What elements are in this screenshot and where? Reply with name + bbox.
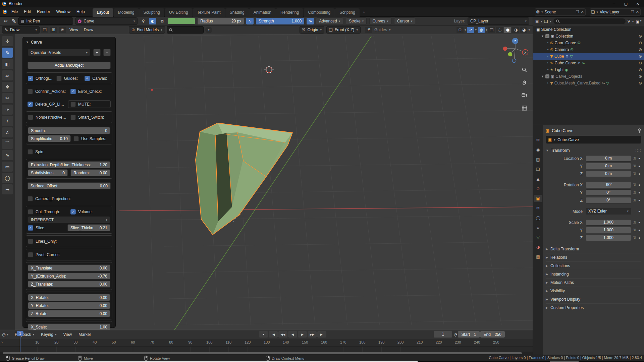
animate-dot-icon[interactable]: ● — [637, 157, 641, 160]
menu-edit[interactable]: Edit — [21, 9, 34, 14]
timeline-menu-keying[interactable]: Keying▾ — [38, 331, 59, 338]
carve-slider-z-rotate-[interactable]: Z_Rotate:0.00 — [28, 310, 110, 317]
carve-check-camera-projection-[interactable]: Camera_Projection: — [28, 196, 111, 201]
tool-line-icon[interactable]: ∕ — [2, 116, 13, 126]
multiframe-icon[interactable]: ❐ — [41, 27, 48, 33]
carve-check-pivot-cursor-[interactable]: Pivot_Cursor: — [28, 252, 110, 257]
visibility-eye-icon[interactable]: ⊙ — [639, 54, 642, 59]
lock-icon[interactable]: ⚿ — [631, 164, 637, 168]
viewport-3d[interactable]: ZX ✎ Draw▾ ❐ ⊞ ✳ View Draw ⊕ Find Models… — [0, 26, 533, 330]
record-button[interactable]: ● — [259, 331, 268, 338]
timeline-menu-marker[interactable]: Marker — [75, 331, 94, 338]
zoom-icon[interactable] — [520, 65, 529, 74]
search-options-icon[interactable]: ▾ — [205, 27, 212, 33]
add-preset-button[interactable]: + — [93, 49, 101, 56]
carve-slider-x-scale-[interactable]: X_Scale:1.00 — [28, 323, 110, 330]
tool-eyedropper-icon[interactable]: ✑ — [2, 105, 13, 115]
carve-check-lines-only-[interactable]: Lines_Only: — [28, 239, 110, 244]
carve-select-intersect[interactable]: INTERSECT▾ — [28, 216, 110, 223]
minimize-button[interactable]: ─ — [613, 2, 615, 6]
lock-icon[interactable]: ⚿ — [631, 220, 637, 225]
material-slot-field[interactable]: ▩ Ink Pen — [18, 17, 73, 25]
tool-tint-icon[interactable]: ❖ — [2, 82, 13, 92]
output-tab-icon[interactable]: ▤ — [534, 156, 542, 163]
timeline-scrollbar-thumb[interactable] — [3, 352, 522, 354]
advanced-popover[interactable]: Advanced▾ — [316, 17, 343, 25]
material-tab-icon[interactable]: ◑ — [534, 243, 542, 251]
tool-cutter-icon[interactable]: ✂ — [2, 93, 13, 103]
visibility-eye-icon[interactable]: ⊙ — [639, 61, 642, 65]
carve-slider-subdivisions-[interactable]: Subdivisions:0 — [28, 169, 68, 176]
visibility-eye-icon[interactable]: ⊙ — [639, 34, 642, 39]
outliner-row-cube[interactable]: ‣▼Cube⚙▽⊙ — [533, 53, 644, 60]
carve-check-guides-[interactable]: Guides: — [56, 76, 82, 81]
brush-preview-icon[interactable]: ✎ — [11, 18, 16, 24]
pin-icon[interactable] — [638, 128, 641, 133]
pan-hand-icon[interactable] — [520, 78, 529, 87]
shading-material-icon[interactable]: ◑ — [512, 27, 519, 33]
lock-icon[interactable]: ⚿ — [631, 183, 637, 187]
mode-selector[interactable]: ✎ Draw▾ — [2, 26, 40, 34]
workspace-tab-sculpting[interactable]: Sculpting — [139, 8, 164, 17]
outliner-row-collection[interactable]: ▼✓▣Collection⊙ — [533, 33, 644, 40]
workspace-tab-texture-paint[interactable]: Texture Paint — [193, 8, 225, 17]
play-reverse-button[interactable]: ◀ — [288, 331, 297, 338]
channel-expand-icon[interactable]: › — [1, 340, 3, 345]
new-view-layer-icon[interactable]: ❐ — [631, 10, 634, 14]
pin-icon[interactable]: ⚲ — [140, 18, 147, 24]
physics-tab-icon[interactable]: ◯ — [534, 214, 542, 222]
object-name-field[interactable]: ▣▾ Cube.Carve — [546, 136, 641, 143]
scene-tab-icon[interactable]: ▲ — [534, 175, 542, 183]
panel-viewport-display[interactable]: ▶Viewport Display — [546, 295, 641, 303]
workspace-tab-layout[interactable]: Layout — [93, 8, 113, 17]
carve-slider-y-rotate-[interactable]: Y_Rotate:0.00 — [28, 302, 110, 309]
carve-check-confirm-actions-[interactable]: Confirm_Actions: — [28, 89, 68, 94]
tool-circle-icon[interactable]: ◯ — [2, 173, 13, 183]
outliner-row-carve-objects[interactable]: ▼✓▣Carve_Objects⊙ — [533, 73, 644, 80]
frame-start-field[interactable]: Start 1 — [458, 331, 479, 338]
jump-start-button[interactable]: |◀ — [269, 331, 278, 338]
jump-end-button[interactable]: ▶| — [317, 331, 326, 338]
carve-button-addblankobject[interactable]: AddBlankObject — [28, 62, 111, 69]
shading-wireframe-icon[interactable]: ◌ — [496, 27, 503, 33]
carve-slider-y-extrusion-axis-[interactable]: Y_(Extrusion_Axis):-0.76 — [28, 273, 110, 280]
tool-arc-icon[interactable]: ⌒ — [2, 139, 13, 149]
xray-icon[interactable]: ❒ — [488, 27, 495, 33]
carve-check-slice-[interactable]: ✓Slice: — [28, 225, 65, 231]
carve-slider-simplificatio[interactable]: Simplificatio0.10 — [28, 135, 71, 142]
snap-icon[interactable]: ✳ — [59, 27, 66, 33]
timeline-track[interactable] — [0, 346, 533, 352]
outliner-filter-type-icon[interactable]: ❏ — [544, 19, 548, 24]
visibility-eye-icon[interactable]: ⊙ — [639, 41, 642, 45]
gizmos-icon[interactable]: ↗ — [467, 27, 474, 33]
active-tool-icon[interactable]: ⌖▾ — [2, 18, 9, 24]
add-workspace-button[interactable]: + — [360, 8, 368, 17]
scene-selector[interactable]: ❂▾ Scene ❐ ✕ — [535, 8, 586, 16]
panel-visibility[interactable]: ▶Visibility — [546, 287, 641, 295]
visibility-eye-icon[interactable]: ⊙ — [639, 47, 642, 52]
shading-solid-icon[interactable]: ● — [504, 27, 511, 33]
curves-popover[interactable]: Curves▾ — [369, 17, 391, 25]
carve-slider-z-translate-[interactable]: Z_Translate:0.00 — [28, 281, 110, 288]
transform-value[interactable]: 1.000 — [586, 227, 631, 233]
outliner-row-camera[interactable]: ‣✇Camera✇⊙ — [533, 46, 644, 53]
panel-grip-icon[interactable]: :::: — [635, 148, 641, 153]
current-frame-field[interactable]: 1 — [434, 331, 452, 338]
carve-panel-collapse-icon[interactable]: ▼ — [26, 41, 29, 44]
panel-custom-properties[interactable]: ▶Custom Properties — [546, 303, 641, 312]
animate-dot-icon[interactable]: ● — [637, 236, 641, 240]
world-tab-icon[interactable]: ⊕ — [534, 185, 542, 192]
guides-dropdown[interactable]: # Guides▾ — [363, 26, 393, 34]
animate-dot-icon[interactable]: ● — [637, 199, 641, 202]
blend-mode-icon[interactable]: ◐ — [149, 18, 156, 24]
outliner-row-cube-carve[interactable]: ‣✎Cube.Carve✐∿⊙ — [533, 60, 644, 66]
timeline-menu-view[interactable]: View — [60, 331, 75, 338]
panel-instancing[interactable]: ▶Instancing — [546, 270, 641, 278]
render-tab-icon[interactable]: ◉ — [534, 146, 542, 154]
transform-value[interactable]: 0 m — [586, 163, 631, 169]
draw-menu[interactable]: Draw — [82, 27, 95, 32]
carve-select-operator-presets[interactable]: Operator Presets▾ — [28, 49, 91, 56]
next-keyframe-button[interactable]: ▶▶ — [308, 331, 317, 338]
animate-dot-icon[interactable]: ● — [637, 165, 641, 168]
panel-collections[interactable]: ▶Collections — [546, 261, 641, 270]
